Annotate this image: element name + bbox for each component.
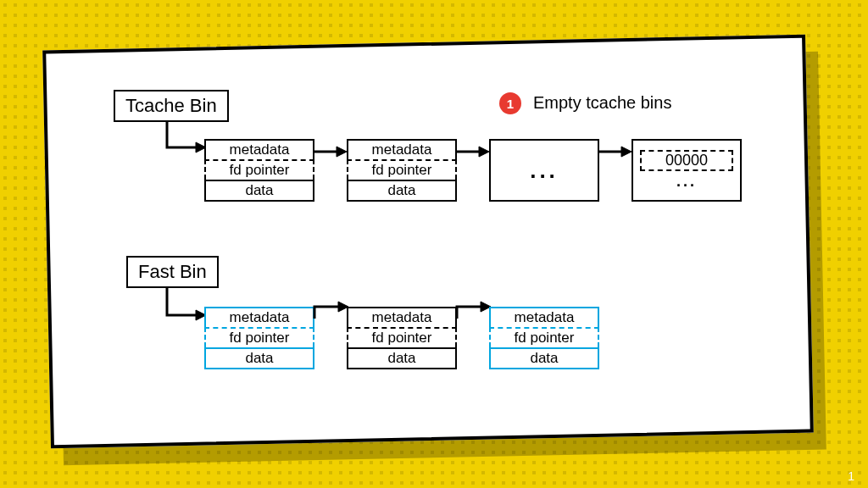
- tcache-node-0: metadata fd pointer data: [204, 139, 314, 202]
- tcache-last-ellipsis: ...: [676, 173, 697, 191]
- arrow-tcache-0-1: [314, 143, 348, 160]
- page-number: 1: [848, 469, 854, 483]
- arrow-fast-to-node0: [160, 281, 211, 332]
- node-fd: fd pointer: [204, 327, 314, 347]
- step-text: Empty tcache bins: [533, 93, 671, 113]
- fast-node-1: metadata fd pointer data: [347, 307, 457, 369]
- tcache-last-value: 00000: [640, 150, 734, 171]
- node-metadata: metadata: [204, 139, 314, 159]
- node-metadata: metadata: [347, 307, 457, 327]
- node-data: data: [347, 180, 457, 202]
- arrow-tcache-1-ellipsis: [457, 143, 491, 160]
- arrow-fast-1-2: [455, 298, 492, 324]
- arrow-fast-0-1: [313, 298, 350, 324]
- node-data: data: [204, 180, 314, 202]
- svg-marker-6: [621, 147, 632, 157]
- step-badge: 1: [499, 92, 521, 114]
- node-fd: fd pointer: [347, 159, 457, 180]
- fast-node-0: metadata fd pointer data: [204, 307, 314, 369]
- node-metadata: metadata: [347, 139, 457, 159]
- node-data: data: [204, 347, 314, 369]
- node-metadata: metadata: [489, 307, 599, 327]
- arrow-ellipsis-last: [599, 143, 633, 160]
- node-data: data: [489, 347, 599, 369]
- tcache-node-1: metadata fd pointer data: [347, 139, 457, 202]
- tcache-last-box: 00000 ...: [632, 139, 742, 202]
- node-fd: fd pointer: [347, 327, 457, 347]
- node-metadata: metadata: [204, 307, 314, 327]
- node-fd: fd pointer: [489, 327, 599, 347]
- node-data: data: [347, 347, 457, 369]
- arrow-tcache-to-node0: [160, 114, 211, 164]
- svg-marker-4: [479, 147, 489, 157]
- svg-marker-2: [337, 147, 347, 157]
- comic-panel: 1 Empty tcache bins Tcache Bin metadata …: [42, 35, 814, 449]
- tcache-ellipsis-box: ...: [489, 139, 599, 202]
- fast-node-2: metadata fd pointer data: [489, 307, 599, 369]
- step-number: 1: [507, 97, 514, 111]
- node-fd: fd pointer: [204, 159, 314, 180]
